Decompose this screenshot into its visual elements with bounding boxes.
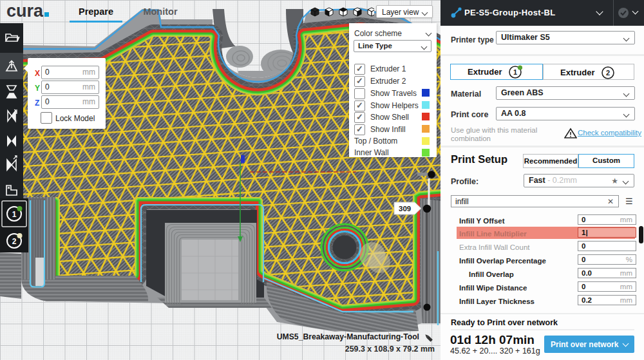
svg-text:1: 1 [12, 210, 17, 219]
svg-text:UMS5_Breakaway-Manufacturing-T: UMS5_Breakaway-Manufacturing-Tool [277, 332, 419, 341]
svg-text:2: 2 [606, 69, 610, 77]
svg-text:259.3 x 108.9 x 79.2 mm: 259.3 x 108.9 x 79.2 mm [345, 345, 435, 354]
svg-text:1: 1 [513, 68, 517, 76]
svg-text:2: 2 [12, 237, 17, 246]
svg-text:309: 309 [399, 205, 411, 213]
